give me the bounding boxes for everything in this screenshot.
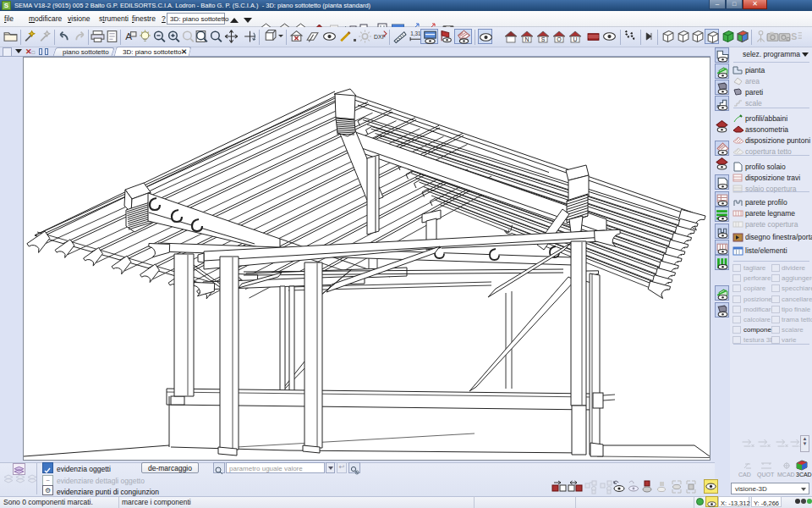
svg-text:O: O [557, 36, 562, 42]
svg-text:N: N [524, 36, 529, 42]
svg-text:S: S [791, 31, 797, 41]
svg-text:DXF: DXF [374, 34, 386, 40]
svg-text:S: S [541, 36, 546, 42]
svg-text:U: U [573, 36, 577, 42]
